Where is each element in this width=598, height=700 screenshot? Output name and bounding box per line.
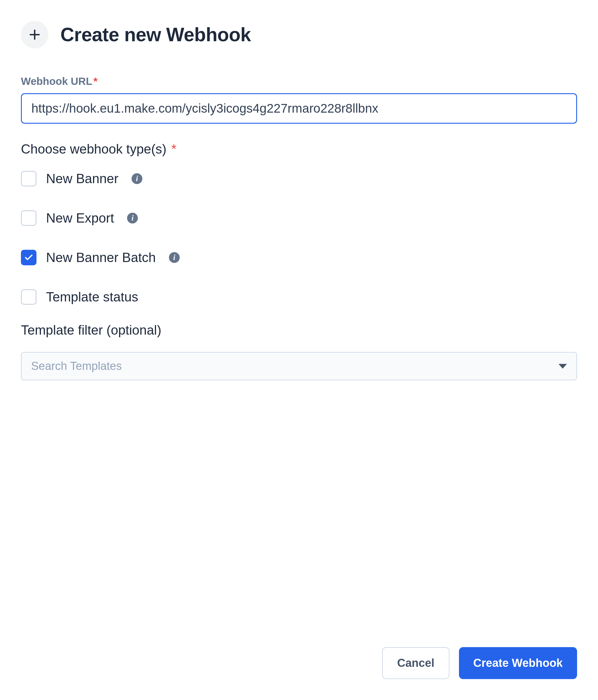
webhook-types-group: New Banner New Export New Banner Batch T… <box>21 171 577 305</box>
checkbox-template-status[interactable] <box>21 289 37 305</box>
webhook-url-label: Webhook URL* <box>21 75 577 87</box>
info-icon[interactable] <box>127 213 138 223</box>
checkbox-row-new-banner: New Banner <box>21 171 577 186</box>
cancel-button[interactable]: Cancel <box>382 647 449 679</box>
webhook-url-label-text: Webhook URL <box>21 75 92 87</box>
checkbox-row-new-banner-batch: New Banner Batch <box>21 250 577 265</box>
required-indicator: * <box>171 142 176 156</box>
chevron-down-icon <box>558 364 567 369</box>
checkbox-label-new-banner-batch: New Banner Batch <box>46 250 156 265</box>
checkbox-label-new-export: New Export <box>46 210 114 226</box>
plus-icon <box>21 21 48 48</box>
modal-footer: Cancel Create Webhook <box>21 629 577 679</box>
info-icon[interactable] <box>169 252 180 263</box>
webhook-types-label: Choose webhook type(s) * <box>21 142 577 156</box>
required-indicator: * <box>94 75 98 87</box>
checkbox-row-template-status: Template status <box>21 289 577 305</box>
template-filter-label: Template filter (optional) <box>21 323 577 338</box>
webhook-url-group: Webhook URL* <box>21 75 577 124</box>
webhook-types-label-text: Choose webhook type(s) <box>21 142 167 156</box>
template-filter-select[interactable]: Search Templates <box>21 352 577 380</box>
modal-header: Create new Webhook <box>21 21 577 48</box>
checkbox-new-banner[interactable] <box>21 171 37 186</box>
checkbox-new-banner-batch[interactable] <box>21 250 37 265</box>
template-filter-select-wrapper: Search Templates <box>21 352 577 380</box>
checkbox-label-new-banner: New Banner <box>46 171 118 186</box>
checkbox-row-new-export: New Export <box>21 210 577 226</box>
template-filter-placeholder: Search Templates <box>31 360 122 373</box>
create-webhook-button[interactable]: Create Webhook <box>459 647 577 679</box>
checkbox-new-export[interactable] <box>21 210 37 226</box>
info-icon[interactable] <box>131 173 142 184</box>
webhook-url-input[interactable] <box>21 93 577 124</box>
page-title: Create new Webhook <box>61 24 251 46</box>
checkbox-label-template-status: Template status <box>46 290 138 304</box>
